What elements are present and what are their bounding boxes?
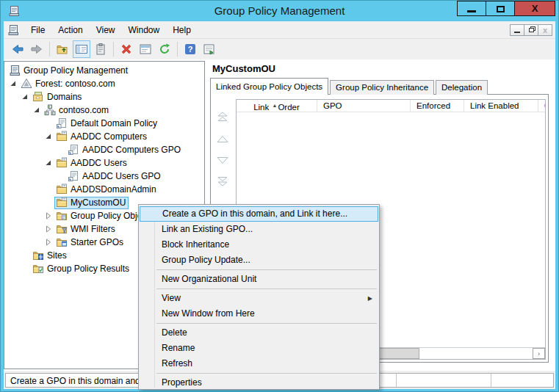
tree-item-label: contoso.com bbox=[59, 105, 109, 115]
toolbar-separator bbox=[49, 42, 50, 57]
up-one-level-button[interactable] bbox=[54, 40, 71, 58]
wmi-folder-icon bbox=[56, 223, 68, 235]
tree-expanded-icon[interactable] bbox=[7, 78, 19, 90]
properties-window-icon bbox=[139, 43, 152, 56]
tree-item-label: AADDC Computers bbox=[71, 131, 147, 142]
expander-spacer bbox=[43, 117, 54, 129]
refresh-button[interactable] bbox=[156, 40, 173, 58]
results-folder-icon bbox=[32, 263, 44, 275]
menu-file[interactable]: File bbox=[24, 22, 51, 38]
console-icon bbox=[9, 65, 21, 76]
menu-view[interactable]: View bbox=[90, 22, 122, 38]
list-header: Link ▲OrderGPOEnforcedLink EnabledG bbox=[237, 100, 545, 112]
context-menu-item-link-an-existing-gpo[interactable]: Link an Existing GPO... bbox=[139, 222, 379, 237]
gpo-icon bbox=[68, 144, 79, 156]
expander-spacer bbox=[19, 263, 31, 275]
child-close-button[interactable]: x bbox=[538, 24, 552, 36]
column-header-g[interactable]: G bbox=[538, 100, 546, 112]
context-menu-item-rename[interactable]: Rename bbox=[139, 341, 379, 356]
context-menu-item-label: Rename bbox=[162, 343, 195, 353]
tree-item-contoso-com[interactable]: contoso.com bbox=[4, 104, 204, 117]
tree-collapsed-icon[interactable] bbox=[43, 210, 54, 222]
tree-node: Starter GPOs bbox=[54, 236, 126, 249]
maximize-button[interactable] bbox=[486, 1, 515, 16]
column-header-gpo[interactable]: GPO bbox=[317, 100, 411, 112]
tree-expanded-icon[interactable] bbox=[31, 104, 43, 116]
tree-item-aaddc-users[interactable]: AADDC Users bbox=[4, 156, 204, 170]
tab-group-policy-inheritance[interactable]: Group Policy Inheritance bbox=[330, 80, 434, 95]
title-bar: Group Policy Management X bbox=[1, 1, 558, 21]
context-menu-item-refresh[interactable]: Refresh bbox=[139, 356, 379, 371]
close-button[interactable]: X bbox=[514, 1, 555, 16]
context-menu-item-group-policy-update[interactable]: Group Policy Update... bbox=[139, 253, 379, 268]
menu-window[interactable]: Window bbox=[122, 22, 167, 38]
tree-item-label: AADDC Users GPO bbox=[82, 171, 161, 181]
minimize-button[interactable] bbox=[457, 1, 486, 16]
details-pane-title: MyCustomOU bbox=[212, 63, 275, 74]
column-header-link-order[interactable]: Link ▲Order bbox=[237, 100, 317, 112]
tree-collapsed-icon[interactable] bbox=[43, 236, 54, 248]
context-menu-item-new-window-from-here[interactable]: New Window from Here bbox=[139, 306, 379, 322]
forward-button[interactable] bbox=[28, 40, 46, 58]
move-to-bottom-button[interactable] bbox=[214, 174, 231, 187]
menu-help[interactable]: Help bbox=[166, 22, 198, 38]
toolbar-separator bbox=[177, 42, 178, 57]
context-menu-item-create-a-gpo-in-this-domain-and-link-it-here[interactable]: Create a GPO in this domain, and Link it… bbox=[140, 206, 378, 222]
tree-node: Default Domain Policy bbox=[54, 117, 160, 130]
export-list-button[interactable] bbox=[201, 40, 218, 58]
menu-action[interactable]: Action bbox=[51, 22, 89, 38]
tree-collapsed-icon[interactable] bbox=[43, 223, 54, 235]
child-restore-button[interactable] bbox=[524, 24, 538, 36]
ou-icon bbox=[56, 197, 68, 208]
minimize-icon bbox=[467, 10, 476, 12]
tree-item-default-domain-policy[interactable]: Default Domain Policy bbox=[4, 117, 204, 130]
back-icon bbox=[11, 43, 24, 56]
tree-expanded-icon[interactable] bbox=[43, 157, 54, 169]
delete-button[interactable] bbox=[118, 40, 135, 58]
scroll-right-button[interactable]: › bbox=[533, 348, 545, 359]
ou-icon bbox=[56, 131, 68, 142]
tree-item-aaddc-computers-gpo[interactable]: AADDC Computers GPO bbox=[4, 143, 204, 156]
tab-delegation[interactable]: Delegation bbox=[436, 80, 488, 95]
sites-folder-icon bbox=[32, 250, 44, 261]
tree-item-domains[interactable]: Domains bbox=[4, 90, 204, 104]
tree-item-label: Sites bbox=[47, 250, 67, 261]
move-up-button[interactable] bbox=[214, 133, 231, 146]
tree-item-aaddc-users-gpo[interactable]: AADDC Users GPO bbox=[4, 170, 204, 183]
context-menu-item-label: Block Inheritance bbox=[162, 239, 229, 250]
context-menu-item-properties[interactable]: Properties bbox=[139, 375, 379, 391]
domains-icon bbox=[32, 91, 44, 103]
tree-expanded-icon[interactable] bbox=[19, 91, 31, 103]
column-header-link-enabled[interactable]: Link Enabled bbox=[464, 100, 538, 112]
back-button[interactable] bbox=[9, 40, 26, 58]
clipboard-button[interactable] bbox=[92, 40, 109, 58]
context-menu-item-delete[interactable]: Delete bbox=[139, 325, 379, 341]
tab-linked-group-policy-objects[interactable]: Linked Group Policy Objects bbox=[210, 78, 328, 95]
move-down-button[interactable] bbox=[214, 153, 231, 167]
tree-node: AADDC Users GPO bbox=[66, 170, 164, 183]
context-menu-item-label: Create a GPO in this domain, and Link it… bbox=[162, 208, 347, 219]
sort-ascending-icon: ▲ bbox=[272, 103, 277, 108]
tree-item-aaddc-computers[interactable]: AADDC Computers bbox=[4, 130, 204, 143]
tree-node: Group Policy Management bbox=[7, 65, 131, 77]
tree-expanded-icon[interactable] bbox=[43, 131, 54, 142]
tree-item-aaddsdomainadmin[interactable]: AADDSDomainAdmin bbox=[4, 183, 204, 196]
help-button[interactable]: ? bbox=[181, 40, 199, 58]
restore-icon bbox=[529, 28, 534, 32]
context-menu-item-block-inheritance[interactable]: Block Inheritance bbox=[139, 237, 379, 253]
context-menu-item-new-organizational-unit[interactable]: New Organizational Unit bbox=[139, 272, 379, 287]
context-menu: Create a GPO in this domain, and Link it… bbox=[138, 204, 380, 390]
tree-item-label: MyCustomOU bbox=[71, 197, 126, 208]
move-to-top-button[interactable] bbox=[214, 111, 231, 124]
tree-item-forest-contoso-com[interactable]: Forest: contoso.com bbox=[4, 77, 204, 90]
context-menu-item-view[interactable]: View▶ bbox=[139, 291, 379, 306]
tree-item-label: Group Policy Management bbox=[24, 65, 128, 76]
close-icon: x bbox=[543, 26, 547, 35]
column-header-enforced[interactable]: Enforced bbox=[411, 100, 464, 112]
tree-node: AADDSDomainAdmin bbox=[54, 184, 159, 196]
show-console-tree-button[interactable] bbox=[73, 40, 90, 58]
tree-item-group-policy-management[interactable]: Group Policy Management bbox=[4, 64, 204, 77]
child-minimize-button[interactable] bbox=[510, 24, 524, 36]
properties-window-button[interactable] bbox=[137, 40, 154, 58]
tree-item-label: WMI Filters bbox=[71, 224, 115, 234]
